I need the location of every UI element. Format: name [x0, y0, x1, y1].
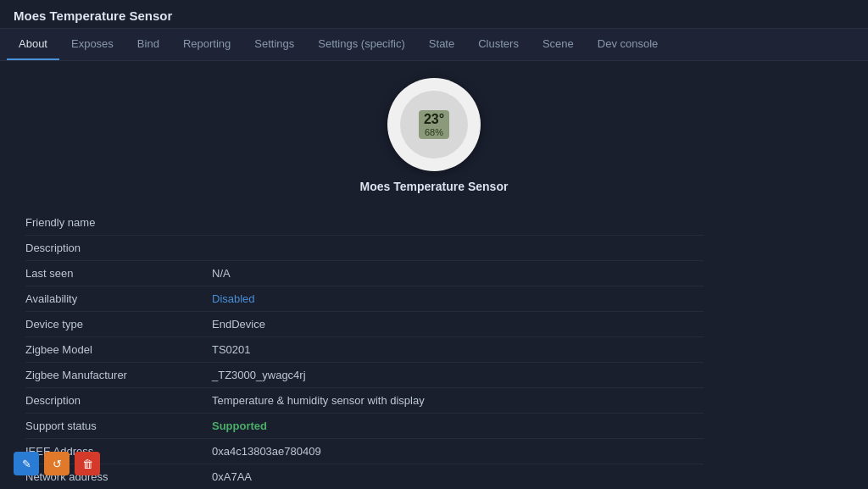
page-title: Moes Temperature Sensor: [14, 8, 172, 23]
field-label-3: Availability: [25, 286, 212, 312]
tab-reporting[interactable]: Reporting: [171, 29, 242, 60]
field-label-8: Support status: [25, 414, 212, 439]
delete-icon: 🗑: [82, 458, 93, 470]
bottom-actions: ✎ ↺ 🗑: [14, 452, 100, 475]
edit-icon: ✎: [22, 458, 31, 470]
field-value-2: N/A: [212, 261, 704, 286]
tab-bar: AboutExposesBindReportingSettingsSetting…: [0, 29, 868, 61]
field-label-0: Friendly name: [25, 210, 212, 236]
device-header: 23° 68% Moes Temperature Sensor: [25, 78, 843, 193]
sensor-display: 23° 68%: [419, 110, 449, 139]
sensor-temp: 23°: [424, 112, 444, 127]
tab-bind[interactable]: Bind: [125, 29, 171, 60]
tab-exposes[interactable]: Exposes: [59, 29, 125, 60]
rename-button[interactable]: ↺: [44, 452, 70, 475]
field-label-7: Description: [25, 388, 212, 414]
field-value-10: 0xA7AA: [212, 464, 704, 482]
field-label-2: Last seen: [25, 261, 212, 286]
tab-clusters[interactable]: Clusters: [466, 29, 531, 60]
delete-button[interactable]: 🗑: [75, 452, 100, 475]
field-value-1: [212, 236, 704, 261]
rename-icon: ↺: [53, 458, 62, 470]
field-value-0: [212, 210, 704, 236]
field-label-5: Zigbee Model: [25, 337, 212, 363]
field-value-5: TS0201: [212, 337, 704, 363]
device-name: Moes Temperature Sensor: [360, 180, 509, 193]
sensor-hum: 68%: [424, 127, 444, 137]
tab-settings-specific[interactable]: Settings (specific): [306, 29, 417, 60]
tab-state[interactable]: State: [417, 29, 466, 60]
field-value-9: 0xa4c13803ae780409: [212, 439, 704, 464]
edit-button[interactable]: ✎: [14, 452, 39, 475]
field-value-6: _TZ3000_ywagc4rj: [212, 363, 704, 388]
field-label-6: Zigbee Manufacturer: [25, 363, 212, 388]
field-value-3[interactable]: Disabled: [212, 286, 704, 312]
info-grid: Friendly nameDescriptionLast seenN/AAvai…: [25, 210, 704, 482]
field-value-7: Temperature & humidity sensor with displ…: [212, 388, 704, 414]
content-area: 23° 68% Moes Temperature Sensor Friendly…: [0, 61, 868, 482]
field-value-4: EndDevice: [212, 312, 704, 337]
tab-settings[interactable]: Settings: [242, 29, 306, 60]
field-value-8: Supported: [212, 414, 704, 439]
tab-about[interactable]: About: [7, 29, 59, 60]
field-label-1: Description: [25, 236, 212, 261]
tab-scene[interactable]: Scene: [531, 29, 586, 60]
title-bar: Moes Temperature Sensor: [0, 0, 868, 29]
tab-dev-console[interactable]: Dev console: [586, 29, 670, 60]
device-icon-container: 23° 68%: [387, 78, 481, 171]
sensor-face: 23° 68%: [400, 91, 468, 158]
field-label-4: Device type: [25, 312, 212, 337]
